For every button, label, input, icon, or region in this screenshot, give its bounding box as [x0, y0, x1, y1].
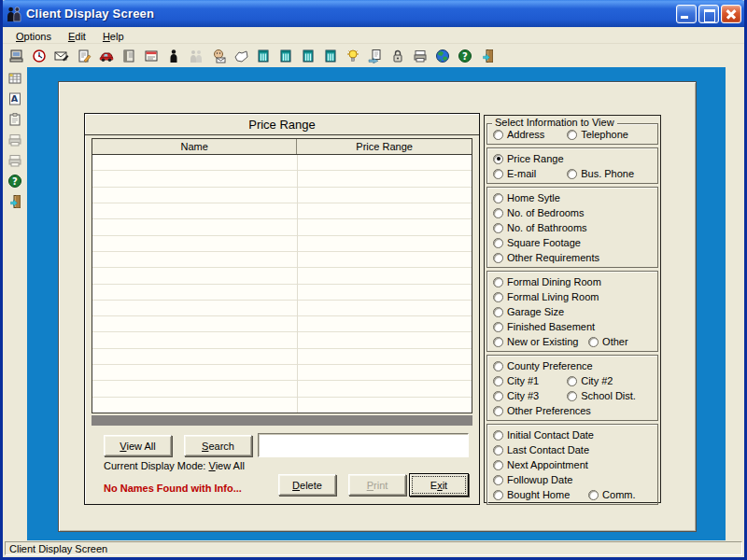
hand-letter-icon[interactable] — [232, 48, 249, 64]
building-icon[interactable] — [299, 48, 317, 64]
people-icon[interactable] — [187, 48, 204, 64]
printer-icon[interactable] — [7, 152, 24, 169]
radio-icon[interactable] — [493, 292, 503, 302]
radio-option-comm[interactable]: Comm. — [588, 487, 635, 502]
radio-icon[interactable] — [493, 253, 503, 263]
lightbulb-icon[interactable] — [344, 48, 361, 64]
radio-option-last-contact-date[interactable]: Last Contact Date — [493, 442, 589, 457]
radio-option-no-of-bathrooms[interactable]: No. of Bathrooms — [493, 220, 587, 235]
printer-icon[interactable] — [411, 48, 429, 64]
building-icon[interactable] — [276, 48, 294, 64]
radio-option-garage-size[interactable]: Garage Size — [493, 304, 564, 319]
menu-edit[interactable]: Edit — [60, 29, 94, 45]
radio-option-no-of-bedrooms[interactable]: No. of Bedrooms — [493, 205, 585, 220]
building-icon[interactable] — [254, 48, 272, 64]
radio-option-county-preference[interactable]: County Preference — [493, 358, 593, 373]
radio-icon[interactable] — [493, 130, 503, 140]
radio-option-bus-phone[interactable]: Bus. Phone — [567, 166, 634, 181]
print-button[interactable]: Print — [348, 474, 406, 496]
padlock-icon[interactable] — [388, 48, 406, 64]
grid-icon[interactable] — [7, 70, 24, 87]
radio-icon[interactable] — [493, 391, 503, 401]
help-icon[interactable]: ? — [456, 48, 473, 64]
exit-door-icon[interactable] — [7, 193, 24, 210]
radio-icon[interactable] — [493, 193, 503, 203]
radio-option-other-requirements[interactable]: Other Requirements — [493, 250, 599, 265]
radio-icon[interactable] — [567, 376, 577, 386]
face-mail-icon[interactable] — [209, 48, 227, 64]
radio-icon[interactable] — [588, 337, 599, 347]
radio-option-school-dist[interactable]: School Dist. — [567, 388, 636, 403]
radio-icon[interactable] — [493, 445, 503, 455]
radio-option-followup-date[interactable]: Followup Date — [493, 472, 572, 487]
person-icon[interactable] — [164, 48, 182, 64]
radio-icon[interactable] — [567, 130, 577, 140]
radio-icon[interactable] — [567, 169, 577, 179]
radio-option-finished-basement[interactable]: Finished Basement — [493, 319, 595, 334]
column-header-price-range[interactable]: Price Range — [297, 139, 472, 154]
radio-option-other[interactable]: Other — [588, 334, 628, 349]
close-button[interactable] — [721, 5, 741, 23]
computer-icon[interactable] — [7, 48, 25, 64]
table-body[interactable] — [92, 155, 472, 413]
radio-option-new-or-existing[interactable]: New or Existing — [493, 334, 578, 349]
radio-icon[interactable] — [493, 337, 503, 347]
radio-option-other-preferences[interactable]: Other Preferences — [493, 403, 591, 418]
mail-pen-icon[interactable] — [52, 48, 70, 64]
send-page-icon[interactable] — [366, 48, 384, 64]
notepad-icon[interactable] — [75, 48, 92, 64]
table-scrollbar[interactable] — [92, 415, 472, 426]
menu-help[interactable]: Help — [94, 29, 133, 45]
radio-option-telephone[interactable]: Telephone — [567, 127, 628, 142]
radio-option-initial-contact-date[interactable]: Initial Contact Date — [493, 427, 594, 442]
radio-option-formal-dining-room[interactable]: Formal Dining Room — [493, 274, 601, 289]
delete-button[interactable]: Delete — [278, 474, 336, 496]
building-icon[interactable] — [321, 48, 339, 64]
form-icon[interactable] — [142, 48, 160, 64]
radio-icon[interactable] — [493, 169, 503, 179]
radio-option-city-3[interactable]: City #3 — [493, 388, 539, 403]
radio-icon[interactable] — [493, 490, 503, 500]
clock-icon[interactable] — [30, 48, 48, 64]
titlebar[interactable]: Client Display Screen — [0, 0, 747, 27]
exit-door-icon[interactable] — [478, 48, 496, 64]
radio-icon[interactable] — [493, 307, 503, 317]
font-a-icon[interactable]: A — [7, 91, 24, 107]
radio-icon[interactable] — [588, 490, 599, 500]
column-header-name[interactable]: Name — [92, 139, 297, 154]
help-icon[interactable]: ? — [7, 173, 24, 189]
globe-icon[interactable] — [433, 48, 451, 64]
radio-icon[interactable] — [493, 430, 503, 441]
car-icon[interactable] — [97, 48, 115, 64]
radio-icon[interactable] — [493, 376, 503, 386]
radio-icon[interactable] — [493, 322, 503, 332]
printer-icon[interactable] — [7, 132, 24, 148]
radio-icon[interactable] — [493, 154, 503, 164]
radio-option-square-footage[interactable]: Square Footage — [493, 235, 581, 250]
radio-icon[interactable] — [493, 361, 503, 371]
radio-option-e-mail[interactable]: E-mail — [493, 166, 536, 181]
radio-icon[interactable] — [493, 223, 503, 233]
radio-option-city-1[interactable]: City #1 — [493, 373, 539, 388]
radio-option-address[interactable]: Address — [493, 127, 544, 142]
radio-icon[interactable] — [493, 208, 503, 218]
notebook-icon[interactable] — [120, 48, 137, 64]
view-all-button[interactable]: View All — [104, 435, 172, 456]
radio-option-next-appointment[interactable]: Next Appointment — [493, 457, 588, 472]
radio-option-formal-living-room[interactable]: Formal Living Room — [493, 289, 599, 304]
maximize-button[interactable] — [698, 5, 719, 23]
radio-icon[interactable] — [493, 475, 503, 485]
radio-option-city-2[interactable]: City #2 — [567, 373, 613, 388]
exit-button[interactable]: Exit — [409, 473, 469, 497]
search-input[interactable] — [258, 433, 469, 457]
search-button[interactable]: Search — [184, 435, 252, 456]
radio-icon[interactable] — [493, 406, 503, 416]
radio-option-bought-home[interactable]: Bought Home — [493, 487, 570, 502]
minimize-button[interactable] — [676, 5, 697, 23]
radio-icon[interactable] — [567, 391, 577, 401]
radio-icon[interactable] — [493, 277, 503, 287]
radio-icon[interactable] — [493, 238, 503, 248]
clipboard-icon[interactable] — [7, 111, 24, 128]
radio-option-price-range[interactable]: Price Range — [493, 151, 564, 166]
radio-option-home-sytle[interactable]: Home Sytle — [493, 190, 560, 205]
